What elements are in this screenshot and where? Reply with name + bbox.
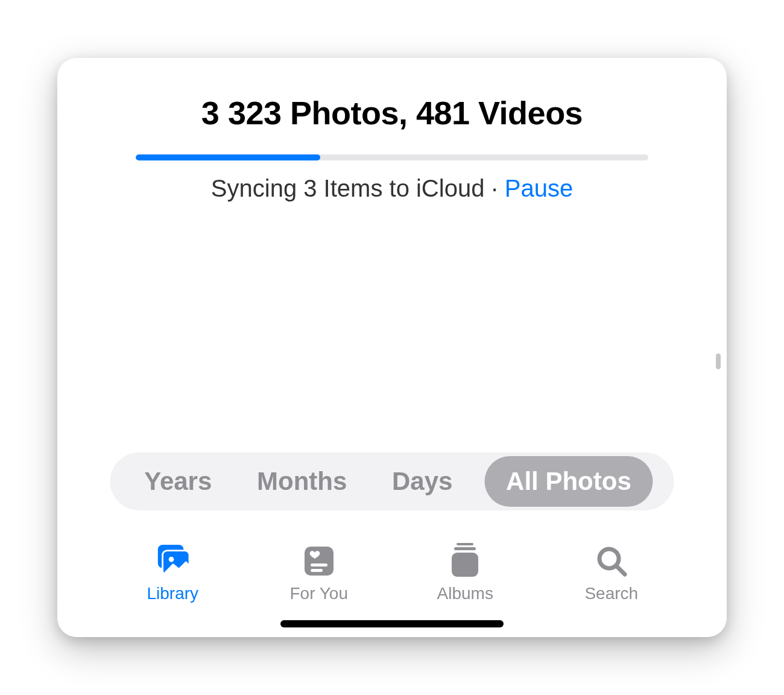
for-you-icon — [301, 543, 337, 579]
sync-progress — [136, 154, 648, 160]
svg-line-10 — [616, 566, 625, 574]
scroll-indicator[interactable] — [716, 354, 721, 369]
content-area: 3 323 Photos, 481 Videos Syncing 3 Items… — [57, 58, 727, 637]
tab-label: Albums — [437, 584, 493, 603]
library-count-title: 3 323 Photos, 481 Videos — [57, 94, 727, 132]
tab-label: Library — [147, 584, 198, 603]
tab-albums[interactable]: Albums — [417, 543, 513, 603]
svg-rect-7 — [454, 547, 476, 550]
tab-label: Search — [584, 584, 638, 603]
svg-rect-8 — [452, 553, 478, 577]
tab-label: For You — [289, 584, 348, 603]
progress-track — [136, 154, 648, 160]
tab-for-you[interactable]: For You — [271, 543, 367, 603]
segment-all-photos[interactable]: All Photos — [484, 456, 653, 507]
separator: · — [484, 175, 504, 202]
svg-rect-5 — [311, 569, 323, 572]
svg-rect-6 — [457, 543, 473, 545]
tab-search[interactable]: Search — [563, 543, 660, 603]
svg-rect-4 — [311, 563, 327, 566]
tab-library[interactable]: Library — [124, 543, 221, 603]
segment-months[interactable]: Months — [244, 456, 360, 507]
segment-days[interactable]: Days — [379, 456, 466, 507]
photos-status-window: 3 323 Photos, 481 Videos Syncing 3 Items… — [57, 58, 727, 637]
view-segmented-control[interactable]: Years Months Days All Photos — [110, 452, 674, 510]
sync-status-text: Syncing 3 Items to iCloud — [211, 175, 485, 202]
svg-point-2 — [169, 557, 174, 562]
albums-icon — [447, 543, 483, 579]
tab-bar: Library For You — [57, 543, 727, 614]
sync-status-row: Syncing 3 Items to iCloud · Pause — [57, 175, 727, 202]
search-icon — [593, 543, 630, 579]
pause-button[interactable]: Pause — [505, 175, 573, 202]
home-indicator[interactable] — [280, 620, 504, 627]
segment-years[interactable]: Years — [131, 456, 225, 507]
library-icon — [154, 543, 191, 579]
progress-fill — [136, 154, 320, 160]
